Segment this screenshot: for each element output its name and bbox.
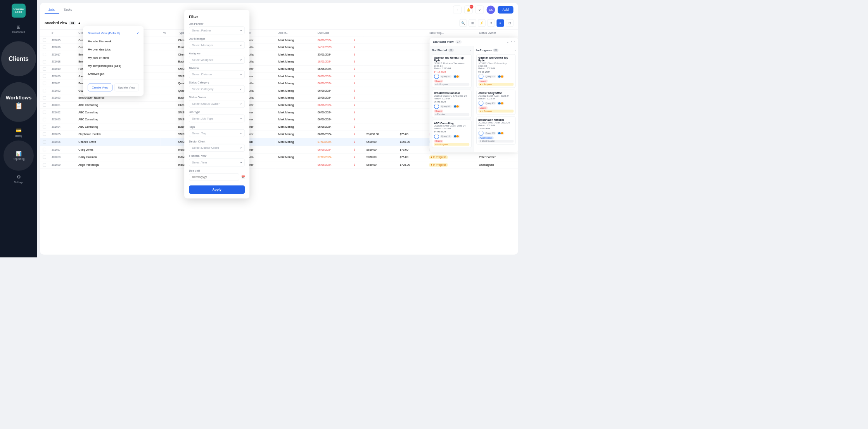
info-icon[interactable]: ℹ bbox=[354, 103, 355, 106]
dropdown-item-archived[interactable]: Archived job bbox=[83, 69, 144, 78]
tab-tasks[interactable]: Tasks bbox=[60, 6, 76, 14]
sidebar-item-workflows[interactable]: Workflows 📋 bbox=[0, 82, 37, 122]
col-due[interactable]: Due Date bbox=[315, 30, 351, 36]
row-checkbox[interactable] bbox=[43, 82, 46, 85]
kanban-card[interactable]: Jones Family SMSF JC1012 SMSF Audit- 202… bbox=[476, 90, 516, 115]
row-checkbox[interactable] bbox=[43, 156, 46, 159]
sidebar-item-reporting[interactable]: 📊 Reporting bbox=[3, 141, 34, 171]
assignee-select[interactable]: Select Assignee bbox=[189, 56, 245, 64]
job-type-select[interactable]: Select Job Type bbox=[189, 115, 245, 122]
calendar-icon[interactable]: 📅 bbox=[241, 175, 245, 179]
debtor-client-select[interactable]: Select Debtor Client bbox=[189, 144, 245, 152]
row-checkbox[interactable] bbox=[43, 75, 46, 78]
add-icon-btn[interactable]: + bbox=[453, 5, 462, 14]
info-icon[interactable]: ℹ bbox=[354, 96, 355, 99]
search-btn[interactable]: 🔍 bbox=[459, 19, 467, 27]
kanban-card[interactable]: Guzman and Gomez Top Ryde JC1017: Client… bbox=[476, 54, 516, 88]
kanban-card[interactable]: Brookhaven National JC1022: SMSF Audit- … bbox=[476, 116, 516, 145]
row-checkbox[interactable] bbox=[43, 118, 46, 121]
info-icon[interactable]: ℹ bbox=[354, 89, 355, 92]
update-view-button[interactable]: Update View bbox=[114, 83, 139, 91]
dropdown-item-standard[interactable]: Standard View (Default) ✓ bbox=[83, 29, 144, 37]
sidebar-item-clients[interactable]: Clients bbox=[1, 41, 36, 76]
sidebar-item-billing[interactable]: 💳 Billing bbox=[0, 125, 37, 140]
table-row[interactable]: JC1029 Ange Postecoglu Individual Tax Re… bbox=[40, 161, 518, 169]
dropdown-item-this-week[interactable]: My jobs this week bbox=[83, 37, 144, 45]
help-button[interactable]: ? bbox=[475, 5, 484, 14]
row-checkbox[interactable] bbox=[43, 140, 46, 143]
row-checkbox[interactable] bbox=[43, 96, 46, 99]
filter-financial-year: Financial Year Select Year bbox=[189, 155, 245, 167]
status-category-select[interactable]: Select Category bbox=[189, 85, 245, 93]
dropdown-item-completed[interactable]: My completed jobs (Sep) bbox=[83, 61, 144, 69]
sidebar-item-dashboard[interactable]: ⊞ Dashboard bbox=[0, 21, 37, 36]
sidebar-item-settings[interactable]: ⚙ Settings bbox=[0, 172, 37, 186]
row-checkbox[interactable] bbox=[43, 148, 46, 151]
kanban-chevron-icon[interactable]: ⌄ bbox=[507, 40, 509, 43]
kanban-card[interactable]: Brookhaven National JC1019 Quarterly BAS… bbox=[432, 90, 472, 118]
col-amount2[interactable] bbox=[397, 30, 426, 36]
dropdown-item-overdue[interactable]: My over due jobs bbox=[83, 45, 144, 53]
notification-button[interactable]: 🔔 9+ bbox=[464, 5, 473, 14]
filter-apply-button[interactable]: Apply bbox=[189, 186, 245, 194]
col-amount1[interactable] bbox=[363, 30, 397, 36]
kanban-close-icon[interactable]: ‹ bbox=[511, 40, 512, 43]
share-btn[interactable]: ⬆ bbox=[487, 19, 495, 27]
info-icon[interactable]: ℹ bbox=[354, 38, 355, 42]
kanban-expand-icon[interactable]: › bbox=[514, 40, 515, 43]
info-icon[interactable]: ℹ bbox=[354, 118, 355, 121]
info-icon[interactable]: ℹ bbox=[354, 148, 355, 151]
info-icon[interactable]: ℹ bbox=[354, 46, 355, 49]
tab-jobs[interactable]: Jobs bbox=[45, 6, 59, 14]
col-collapse-icon[interactable]: ‹ bbox=[470, 49, 472, 52]
info-icon[interactable]: ℹ bbox=[354, 163, 355, 167]
info-icon[interactable]: ℹ bbox=[354, 60, 355, 63]
grid-btn[interactable]: ⊞ bbox=[469, 19, 476, 27]
job-manager-select[interactable]: Select Manager bbox=[189, 41, 245, 49]
info-icon[interactable]: ℹ bbox=[354, 53, 355, 56]
company-logo[interactable]: COMPANY LOGO bbox=[12, 4, 26, 18]
kanban-card[interactable]: ABC Consulting JC1022: SMSF Audit- 2023-… bbox=[432, 120, 472, 148]
row-checkbox[interactable] bbox=[43, 38, 46, 42]
col-pct[interactable]: % bbox=[160, 30, 175, 36]
col-id[interactable]: # bbox=[49, 30, 76, 36]
user-avatar[interactable]: SA bbox=[486, 5, 495, 14]
info-icon[interactable]: ℹ bbox=[354, 75, 355, 78]
info-icon[interactable]: ℹ bbox=[354, 125, 355, 128]
info-icon[interactable]: ℹ bbox=[354, 140, 355, 143]
dropdown-item-on-hold[interactable]: My jobs on hold bbox=[83, 53, 144, 61]
row-checkbox[interactable] bbox=[43, 111, 46, 114]
row-checkbox[interactable] bbox=[43, 89, 46, 92]
view-selector[interactable]: Standard View 20 ▲ bbox=[45, 21, 81, 25]
col-manager[interactable]: Job M... bbox=[275, 30, 315, 36]
info-icon[interactable]: ℹ bbox=[354, 111, 355, 114]
row-checkbox[interactable] bbox=[43, 163, 46, 167]
tags-select[interactable]: Select Tag bbox=[189, 129, 245, 137]
row-checkbox[interactable] bbox=[43, 67, 46, 70]
due-until-input[interactable] bbox=[189, 173, 239, 181]
filter-btn[interactable]: ⚡ bbox=[478, 19, 485, 27]
job-partner-select[interactable]: Select Partner bbox=[189, 26, 245, 34]
add-button[interactable]: Add bbox=[498, 6, 513, 14]
row-checkbox[interactable] bbox=[43, 132, 46, 135]
table-row[interactable]: JC1028 Garry Guzman Individual Tax Retur… bbox=[40, 153, 518, 161]
row-checkbox[interactable] bbox=[43, 125, 46, 128]
info-icon[interactable]: ℹ bbox=[354, 82, 355, 85]
financial-year-select[interactable]: Select Year bbox=[189, 159, 245, 167]
row-checkbox[interactable] bbox=[43, 103, 46, 106]
list-view-btn[interactable]: ≡ bbox=[496, 19, 504, 27]
info-icon[interactable]: ℹ bbox=[354, 67, 355, 70]
row-checkbox[interactable] bbox=[43, 53, 46, 56]
kanban-card[interactable]: Guzman and Gomez Top Ryde JC1017: Busine… bbox=[432, 54, 472, 88]
info-icon[interactable]: ℹ bbox=[354, 156, 355, 159]
division-select[interactable]: Select Division bbox=[189, 71, 245, 78]
kanban-view-btn[interactable]: ⊟ bbox=[506, 19, 513, 27]
info-icon[interactable]: ℹ bbox=[354, 132, 355, 135]
create-view-button[interactable]: Create View bbox=[88, 83, 112, 91]
col-status-owner[interactable]: Status Owner bbox=[476, 30, 518, 36]
col-collapse-icon[interactable]: › bbox=[515, 49, 516, 52]
col-task-prog[interactable]: Task Prog... bbox=[426, 30, 476, 36]
status-owner-select[interactable]: Select Status Owner bbox=[189, 100, 245, 108]
row-checkbox[interactable] bbox=[43, 46, 46, 49]
row-checkbox[interactable] bbox=[43, 60, 46, 63]
